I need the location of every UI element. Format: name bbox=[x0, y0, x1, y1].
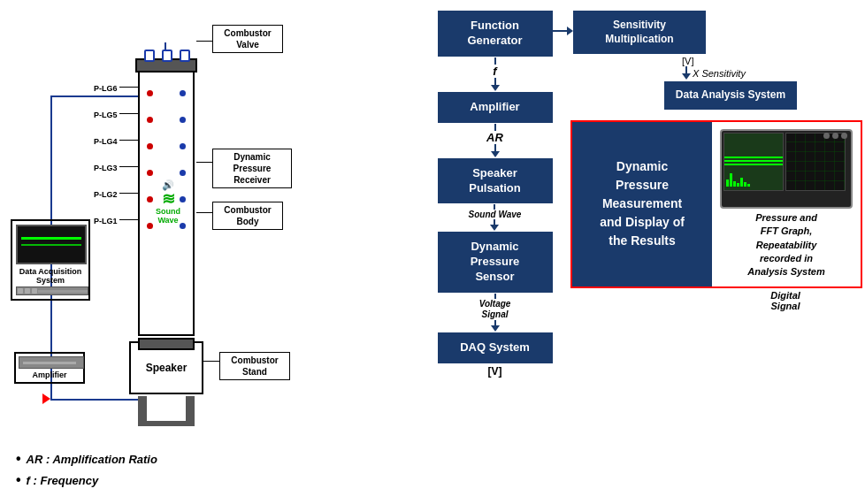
port-line-5 bbox=[119, 113, 138, 114]
data-analysis-box: Data Analysis System bbox=[664, 81, 797, 110]
osc-knobs bbox=[823, 133, 847, 139]
speaker-label: Speaker bbox=[146, 362, 188, 374]
arrow-sound: Sound Wave bbox=[469, 204, 522, 231]
red-arrow-bottom bbox=[42, 393, 50, 404]
combustor-valve-label: CombustorValve bbox=[212, 25, 283, 53]
voltage-label: VoltageSignal bbox=[479, 299, 511, 320]
osc-channel-1 bbox=[723, 133, 784, 191]
arrow-ar: AR bbox=[486, 124, 503, 157]
dynamic-pressure-receiver-label: DynamicPressureReceiver bbox=[212, 149, 292, 188]
blue-line-bottom-h bbox=[50, 399, 139, 401]
cb-line bbox=[196, 212, 212, 213]
sound-wave-symbol: 🔊 ≋ Sound Wave bbox=[142, 179, 195, 225]
arrow-f: f bbox=[491, 57, 500, 91]
bullet-f-text: f : Frequency bbox=[27, 474, 99, 487]
valve-line bbox=[196, 41, 212, 42]
stand-leg-left bbox=[138, 396, 147, 423]
port-line-3 bbox=[119, 166, 138, 167]
ar-label: AR bbox=[486, 131, 503, 144]
port-lg6: P-LG6 bbox=[94, 84, 118, 93]
bullet-section: • AR : Amplification Ratio • f : Frequen… bbox=[16, 451, 157, 493]
v-label: [V] bbox=[682, 56, 693, 66]
speaker-pulsation-box: Speaker Pulsation bbox=[438, 158, 553, 204]
das-screen-line2 bbox=[21, 244, 81, 246]
left-section: 🔊 ≋ Sound Wave P-LG6 P-LG5 P-LG4 P-LG3 P… bbox=[7, 7, 423, 497]
down-arrow-sens bbox=[682, 66, 691, 80]
knob-1 bbox=[823, 133, 830, 139]
down-line-sens bbox=[685, 66, 687, 73]
amplifier-box: Amplifier bbox=[438, 92, 553, 123]
main-container: 🔊 ≋ Sound Wave P-LG6 P-LG5 P-LG4 P-LG3 P… bbox=[0, 0, 865, 504]
oscilloscope-display bbox=[720, 129, 853, 209]
stand-base bbox=[138, 421, 195, 426]
amp-box-bottom: Amplifier bbox=[14, 352, 85, 384]
knob-2 bbox=[832, 133, 838, 139]
x-sens-row: X Sensitivity bbox=[682, 66, 746, 80]
das-screen bbox=[16, 225, 87, 264]
port-line-4 bbox=[119, 140, 138, 141]
bullet-dot-ar: • bbox=[16, 451, 21, 467]
port-lg2: P-LG2 bbox=[94, 190, 118, 199]
arrow-head-4 bbox=[491, 325, 500, 332]
f-label: f bbox=[493, 65, 496, 78]
h-arrow-line bbox=[549, 30, 567, 32]
blue-line-left-v2 bbox=[50, 95, 52, 239]
arrow-line-2 bbox=[494, 78, 496, 85]
amp-hardware bbox=[19, 356, 84, 369]
arrow-head-1 bbox=[491, 85, 500, 91]
valve-left bbox=[144, 50, 155, 62]
knob-3 bbox=[841, 133, 847, 139]
das-box: Data AcquisitionSystem bbox=[11, 219, 90, 301]
dpr-line bbox=[196, 162, 212, 163]
osc-wave bbox=[724, 160, 783, 162]
digital-signal-label: DigitalDigitalSignalSignal bbox=[708, 290, 862, 311]
function-generator-box: Function Generator bbox=[438, 11, 553, 57]
das-system-label: Data AcquisitionSystem bbox=[16, 267, 85, 285]
h-arrow-container bbox=[549, 27, 573, 35]
v-label-bottom: [V] bbox=[488, 365, 502, 378]
stand-leg-right bbox=[186, 396, 195, 423]
sens-labels: [V] X Sensitivity bbox=[682, 56, 862, 80]
bullet-ar-text: AR : Amplification Ratio bbox=[27, 453, 157, 466]
amplifier-bottom-label: Amplifier bbox=[32, 370, 66, 379]
h-arrow-head bbox=[567, 27, 573, 35]
bullet-dot-f: • bbox=[16, 472, 21, 488]
arrow-head-2 bbox=[491, 151, 500, 157]
sound-wave-label: Sound Wave bbox=[469, 210, 522, 219]
speaker-top bbox=[138, 338, 195, 350]
port-line-6 bbox=[119, 87, 138, 88]
port-lg3: P-LG3 bbox=[94, 164, 118, 172]
osc-channel-2 bbox=[785, 133, 846, 191]
daq-box: DAQ System bbox=[438, 332, 553, 363]
right-section: Sensitivity Multiplication [V] X Sensiti… bbox=[567, 7, 862, 497]
port-line-2 bbox=[119, 193, 138, 194]
top-right-row: Sensitivity Multiplication bbox=[549, 11, 862, 54]
valve-middle bbox=[162, 50, 172, 62]
diagram-area: 🔊 ≋ Sound Wave P-LG6 P-LG5 P-LG4 P-LG3 P… bbox=[7, 7, 423, 504]
fft-bars bbox=[726, 173, 750, 187]
arrow-head-3 bbox=[490, 225, 499, 231]
down-head-sens bbox=[682, 73, 691, 80]
x-sensitivity-label: X Sensitivity bbox=[693, 68, 746, 79]
arrow-line-1 bbox=[494, 57, 496, 65]
valve-right bbox=[180, 50, 190, 62]
osc-grid bbox=[786, 134, 845, 190]
port-lg1: P-LG1 bbox=[94, 217, 118, 225]
bullet-ar: • AR : Amplification Ratio bbox=[16, 451, 157, 467]
port-lg4: P-LG4 bbox=[94, 137, 118, 146]
results-area: DynamicPressureMeasurementand Display of… bbox=[570, 120, 862, 288]
sensitivity-multiplication-box: Sensitivity Multiplication bbox=[573, 11, 706, 54]
results-text: Pressure andFFT Graph,Repeatabilityrecor… bbox=[747, 211, 824, 279]
port-line-1 bbox=[119, 219, 138, 220]
combustor-body-label: CombustorBody bbox=[212, 202, 283, 230]
das-screen-line1 bbox=[21, 237, 81, 240]
arrow-voltage: VoltageSignal bbox=[479, 294, 511, 332]
arrow-line-4 bbox=[494, 144, 496, 151]
dynamic-pressure-sensor-box: Dynamic PressureSensor bbox=[438, 232, 553, 293]
middle-flow-section: Function Generator f Amplifier AR Speake… bbox=[426, 7, 563, 497]
arrow-line-3 bbox=[494, 124, 496, 131]
das-hardware bbox=[16, 286, 88, 295]
osc-screen bbox=[722, 131, 851, 193]
results-left-panel: DynamicPressureMeasurementand Display of… bbox=[572, 122, 712, 286]
port-lg5: P-LG5 bbox=[94, 111, 118, 119]
